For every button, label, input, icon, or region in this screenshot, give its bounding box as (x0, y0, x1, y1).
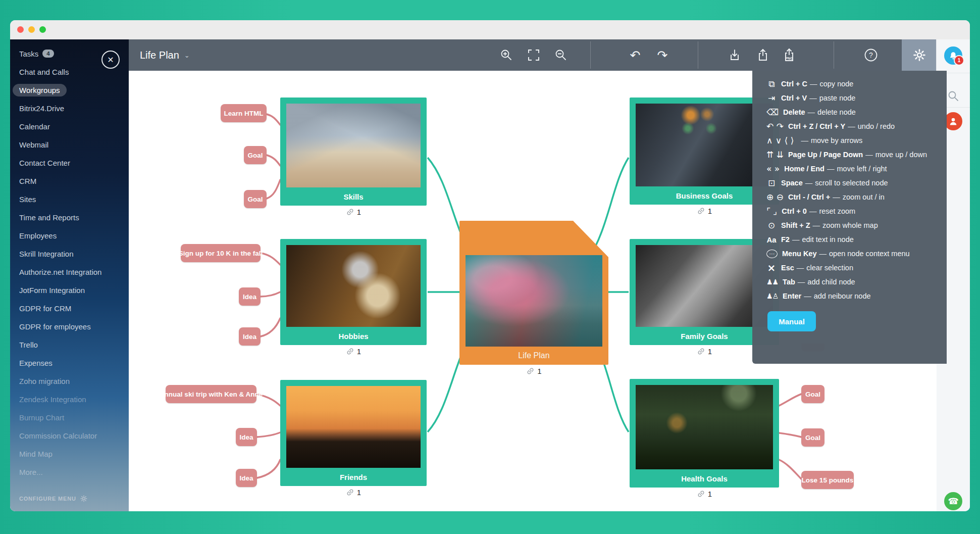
sidebar-item-label: CRM (19, 177, 36, 185)
sidebar-item-employees[interactable]: Employees (10, 226, 129, 245)
manual-button[interactable]: Manual (767, 311, 816, 331)
sidebar: Tasks4Chat and CallsWorkgroupsBitrix24.D… (10, 39, 129, 511)
arrow-keys-icon: ∧ ∨ ⟨ ⟩ (766, 135, 794, 145)
sidebar-item-label: Chat and Calls (19, 68, 69, 76)
child-node[interactable]: Annual ski trip with Ken & Anne (166, 385, 256, 403)
mountain-bike-photo (636, 385, 773, 469)
map-title-dropdown[interactable]: Life Plan ⌄ (140, 39, 190, 71)
sidebar-item-burnup-chart[interactable]: Burnup Chart (10, 408, 129, 426)
settings-button[interactable] (902, 39, 937, 71)
child-node[interactable]: Idea (236, 469, 257, 487)
import-button[interactable] (725, 39, 745, 71)
child-node[interactable]: Idea (236, 428, 257, 446)
undo-button[interactable]: ↶ (625, 39, 645, 71)
dash-separator: — (797, 264, 804, 272)
child-node[interactable]: Learn HTML (221, 104, 267, 122)
child-node[interactable]: Goal (244, 146, 267, 164)
sidebar-item-jotform-integration[interactable]: JotForm Integration (10, 281, 129, 299)
map-node-lifeplan[interactable]: Life Plan (459, 221, 608, 365)
zoom-out-button[interactable] (551, 39, 571, 71)
child-connector (267, 155, 280, 166)
zoom-window-button[interactable] (39, 26, 46, 33)
link-count-value: 1 (357, 208, 361, 216)
add-child-icon: ♟♟ (766, 278, 778, 286)
sidebar-item-authorize-net-integration[interactable]: Authorize.net Integration (10, 263, 129, 281)
shortcut-keys: Space (781, 179, 803, 187)
sidebar-item-zendesk-integration[interactable]: Zendesk Integration (10, 390, 129, 408)
shortcut-row: ×Esc—clear selection (766, 261, 947, 275)
shortcut-keys: Ctrl + Z / Ctrl + Y (788, 122, 845, 130)
shortcut-keys: Enter (783, 292, 801, 300)
map-node-health[interactable]: Health Goals (630, 379, 779, 488)
child-node[interactable]: Goal (801, 385, 824, 403)
map-node-skills[interactable]: Skills (280, 98, 427, 206)
child-connector (779, 394, 801, 406)
dash-separator: — (792, 235, 800, 244)
sidebar-item-label: Zendesk Integration (19, 395, 86, 404)
sidebar-item-gdpr-for-crm[interactable]: GDPR for CRM (10, 299, 129, 317)
sidebar-item-gdpr-for-employees[interactable]: GDPR for employees (10, 317, 129, 335)
sidebar-item-bitrix24-drive[interactable]: Bitrix24.Drive (10, 99, 129, 117)
minimize-window-button[interactable] (28, 26, 35, 33)
child-node[interactable]: Goal (244, 190, 267, 208)
zoom-in-button[interactable] (496, 39, 517, 71)
redo-button[interactable]: ↷ (652, 39, 673, 71)
sidebar-item-skrill-integration[interactable]: Skrill Integration (10, 245, 129, 263)
close-sidebar-button[interactable]: ✕ (101, 51, 120, 69)
sidebar-item-label: Burnup Chart (19, 413, 64, 422)
child-node[interactable]: Idea (239, 287, 261, 306)
child-node[interactable]: Idea (239, 327, 261, 346)
child-connector (261, 253, 280, 265)
notifications-button[interactable]: 1 (944, 46, 962, 65)
search-button[interactable] (947, 90, 959, 102)
sidebar-item-crm[interactable]: CRM (10, 172, 129, 190)
sidebar-item-expenses[interactable]: Expenses (10, 354, 129, 372)
shortcut-keys: Home / End (784, 165, 824, 173)
sidebar-item-contact-center[interactable]: Contact Center (10, 154, 129, 172)
sidebar-item-more[interactable]: More... (10, 463, 129, 481)
profile-avatar[interactable] (944, 112, 962, 130)
sidebar-item-mind-map[interactable]: Mind Map (10, 445, 129, 463)
link-count-value: 1 (708, 347, 712, 356)
sidebar-item-zoho-migration[interactable]: Zoho migration (10, 372, 129, 390)
sidebar-item-label: Mind Map (19, 450, 53, 458)
sidebar-item-label: Workgroups (13, 84, 67, 96)
shortcut-description: clear selection (806, 264, 853, 272)
map-node-friends[interactable]: Friends (280, 380, 427, 486)
sidebar-item-label: Calendar (19, 122, 50, 131)
esc-icon: × (766, 262, 777, 274)
notification-count-badge: 1 (954, 55, 964, 66)
help-button[interactable]: ? (861, 39, 881, 71)
sidebar-item-commission-calculator[interactable]: Commission Calculator (10, 426, 129, 445)
child-node[interactable]: Sign up for 10 K in the fall (181, 244, 261, 262)
phone-button[interactable]: ☎ (944, 492, 962, 510)
link-count-value: 1 (708, 207, 712, 215)
sidebar-item-calendar[interactable]: Calendar (10, 117, 129, 135)
sidebar-item-sites[interactable]: Sites (10, 190, 129, 208)
shortcut-description: zoom out / in (843, 193, 885, 201)
fullscreen-reset-button[interactable] (524, 39, 544, 71)
child-node[interactable]: Goal (801, 428, 824, 447)
export-button[interactable] (753, 39, 773, 71)
link-count-value: 1 (537, 367, 541, 375)
sidebar-item-webmail[interactable]: Webmail (10, 135, 129, 154)
keyboard-shortcuts-panel: ⧉Ctrl + C—copy node⇥Ctrl + V—paste node⌫… (752, 71, 947, 364)
map-node-hobbies[interactable]: Hobbies (280, 239, 427, 345)
shortcut-description: move left / right (837, 165, 887, 173)
shortcut-row: ⌫Delete—delete node (766, 105, 947, 119)
reset-zoom-icon: ⌜ ⌟ (766, 206, 777, 216)
shortcut-row: « »Home / End—move left / right (766, 162, 947, 176)
export-png-button[interactable]: PNG (779, 39, 799, 71)
sidebar-item-time-and-reports[interactable]: Time and Reports (10, 208, 129, 226)
shortcut-keys: Ctrl + C (781, 80, 807, 88)
configure-menu-button[interactable]: CONFIGURE MENU (19, 495, 87, 502)
shortcut-row: ⊕ ⊖Ctrl - / Ctrl +—zoom out / in (766, 190, 947, 204)
svg-text:?: ? (869, 51, 873, 59)
dash-separator: — (801, 136, 808, 144)
sidebar-item-workgroups[interactable]: Workgroups (10, 81, 129, 99)
shortcut-description: add child node (807, 278, 855, 286)
child-node[interactable]: Lose 15 pounds (801, 471, 854, 489)
dash-separator: — (798, 278, 805, 286)
close-window-button[interactable] (17, 26, 24, 33)
sidebar-item-trello[interactable]: Trello (10, 335, 129, 354)
